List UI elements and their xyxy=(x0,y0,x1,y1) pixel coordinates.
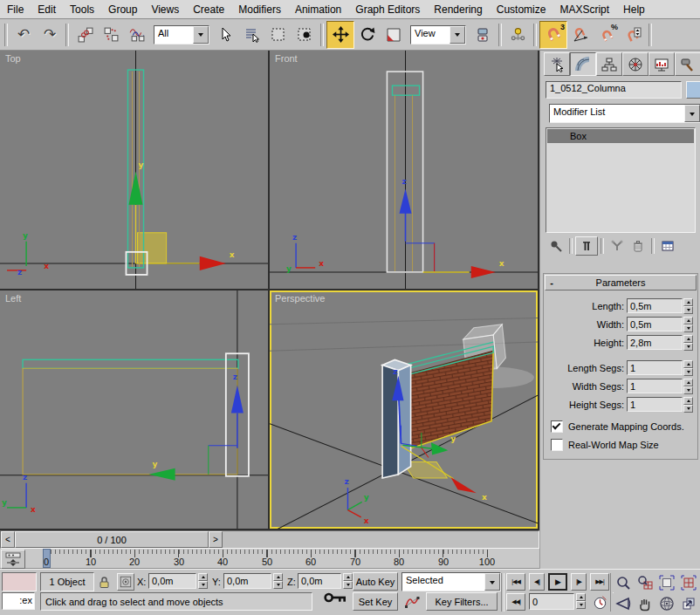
viewport-perspective-label[interactable]: Perspective xyxy=(275,293,325,304)
track-bar[interactable]: 0 10 20 30 40 50 60 70 80 90 100 xyxy=(0,549,539,569)
bind-to-space-warp-button[interactable] xyxy=(124,22,150,48)
gizmo-x-arrow[interactable] xyxy=(450,477,476,493)
object-color-swatch[interactable] xyxy=(686,81,700,99)
unlink-selection-button[interactable] xyxy=(98,22,124,48)
viewport-perspective[interactable]: Perspective xyxy=(270,290,538,529)
rectangular-selection-region-button[interactable] xyxy=(265,22,292,48)
time-configuration-button[interactable] xyxy=(590,593,609,611)
percent-snap-toggle-button[interactable]: % xyxy=(594,22,620,48)
configure-modifier-sets-button[interactable] xyxy=(657,237,678,255)
tab-utilities[interactable] xyxy=(675,52,700,76)
zoom-extents-button[interactable] xyxy=(656,572,677,592)
select-and-manipulate-button[interactable] xyxy=(504,22,531,48)
time-slider-handle[interactable]: 0 / 100 xyxy=(15,531,209,548)
dropdown-arrow-icon[interactable] xyxy=(484,573,500,591)
zoom-extents-all-button[interactable] xyxy=(678,572,699,592)
angle-snap-toggle-button[interactable] xyxy=(567,22,594,48)
absolute-offset-mode-toggle[interactable] xyxy=(117,573,134,591)
current-frame-input[interactable]: 0 xyxy=(529,593,574,610)
redo-button[interactable]: ↷ xyxy=(37,22,63,48)
width-segs-input[interactable]: 1 xyxy=(627,379,683,393)
key-filter-scope-dropdown[interactable]: Selected xyxy=(401,572,501,591)
time-slider[interactable]: < 0 / 100 > xyxy=(0,530,539,549)
key-filters-button[interactable]: Key Filters... xyxy=(426,592,498,611)
dropdown-arrow-icon[interactable] xyxy=(684,105,700,122)
select-object-button[interactable] xyxy=(213,22,239,48)
play-button[interactable]: ▶ xyxy=(548,573,567,591)
zoom-all-button[interactable] xyxy=(635,572,655,592)
viewport-top[interactable]: Top y x y x z xyxy=(0,51,268,289)
menu-maxscript[interactable]: MAXScript xyxy=(552,2,616,17)
keyboard-shortcut-override-toggle[interactable] xyxy=(319,585,351,610)
frame-spinner[interactable] xyxy=(576,593,586,608)
menu-tools[interactable]: Tools xyxy=(63,2,101,17)
length-segs-spinner[interactable] xyxy=(683,360,693,375)
field-of-view-button[interactable] xyxy=(613,593,634,613)
width-spinner[interactable] xyxy=(683,317,693,331)
length-segs-input[interactable]: 1 xyxy=(627,360,683,375)
height-spinner[interactable] xyxy=(683,335,693,350)
gizmo-x-arrow[interactable] xyxy=(200,256,226,270)
selection-lock-toggle[interactable] xyxy=(96,573,112,590)
show-end-result-button[interactable] xyxy=(575,236,598,256)
stack-item-box[interactable]: Box xyxy=(547,129,694,143)
dropdown-arrow-icon[interactable] xyxy=(450,26,465,44)
parameters-rollout-header[interactable]: - Parameters xyxy=(545,275,697,290)
gizmo-x-arrow[interactable] xyxy=(471,266,496,278)
viewport-front[interactable]: Front z x z x xyxy=(270,51,538,289)
tab-create[interactable] xyxy=(544,52,570,76)
length-input[interactable]: 0,5m xyxy=(627,298,683,313)
object-name-field[interactable]: 1_0512_Columna xyxy=(546,81,682,99)
arc-rotate-button[interactable] xyxy=(656,593,677,613)
time-slider-next-button[interactable]: > xyxy=(209,531,223,548)
generate-mapping-coords-checkbox[interactable] xyxy=(551,420,563,433)
auto-key-button[interactable]: Auto Key xyxy=(353,572,398,591)
open-mini-curve-editor-button[interactable] xyxy=(1,550,25,569)
viewport-front-label[interactable]: Front xyxy=(275,53,298,64)
previous-frame-button[interactable]: ◀|| xyxy=(529,573,545,591)
menu-animation[interactable]: Animation xyxy=(288,2,348,17)
default-in-out-tangents-button[interactable] xyxy=(401,592,422,611)
y-spinner[interactable] xyxy=(273,573,283,588)
spinner-snap-toggle-button[interactable] xyxy=(620,22,646,48)
selection-filter-dropdown[interactable]: All xyxy=(154,25,209,44)
viewport-left-label[interactable]: Left xyxy=(5,293,21,304)
select-and-scale-button[interactable] xyxy=(381,22,407,48)
real-world-map-size-checkbox[interactable] xyxy=(551,439,563,451)
zoom-button[interactable] xyxy=(613,572,634,592)
next-frame-button[interactable]: ||▶ xyxy=(571,573,587,591)
tab-modify[interactable] xyxy=(570,52,596,76)
menu-customize[interactable]: Customize xyxy=(490,2,553,17)
tab-hierarchy[interactable] xyxy=(596,52,622,76)
viewport-left[interactable]: Left z y z y x xyxy=(0,290,268,529)
menu-group[interactable]: Group xyxy=(101,2,144,17)
pan-view-button[interactable] xyxy=(635,593,655,613)
make-unique-button[interactable] xyxy=(607,237,628,255)
width-input[interactable]: 0,5m xyxy=(627,317,683,331)
tab-motion[interactable] xyxy=(622,52,649,76)
x-spinner[interactable] xyxy=(198,573,208,588)
height-segs-spinner[interactable] xyxy=(683,397,693,412)
min-max-toggle-button[interactable] xyxy=(678,593,699,613)
length-spinner[interactable] xyxy=(683,298,693,313)
width-segs-spinner[interactable] xyxy=(683,379,693,393)
height-input[interactable]: 2,8m xyxy=(627,335,683,350)
select-and-rotate-button[interactable] xyxy=(354,22,381,48)
key-mode-toggle-button[interactable]: ◀◀| xyxy=(506,593,525,611)
menu-file[interactable]: File xyxy=(0,2,31,17)
menu-modifiers[interactable]: Modifiers xyxy=(231,2,288,17)
y-coordinate-input[interactable]: 0,0m xyxy=(223,573,271,589)
gizmo-z-arrow[interactable] xyxy=(399,189,411,214)
gizmo-y-arrow[interactable] xyxy=(431,442,448,454)
viewport-top-label[interactable]: Top xyxy=(5,53,21,64)
set-key-button[interactable]: Set Key xyxy=(353,592,398,611)
go-to-start-button[interactable]: |◀◀ xyxy=(506,573,525,591)
selected-column[interactable] xyxy=(382,359,411,477)
height-segs-input[interactable]: 1 xyxy=(627,397,683,412)
menu-help[interactable]: Help xyxy=(616,2,652,17)
use-pivot-point-center-button[interactable] xyxy=(470,22,496,48)
dropdown-arrow-icon[interactable] xyxy=(193,26,209,44)
modifier-list-dropdown[interactable]: Modifier List xyxy=(549,104,700,123)
x-coordinate-input[interactable]: 0,0m xyxy=(148,573,196,589)
menu-rendering[interactable]: Rendering xyxy=(427,2,489,17)
